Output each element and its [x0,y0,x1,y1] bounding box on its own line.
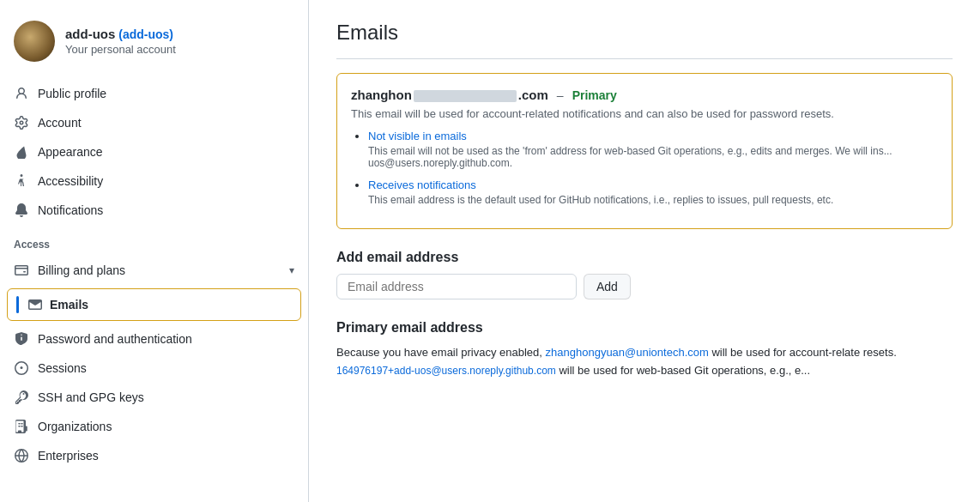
sidebar-item-appearance[interactable]: Appearance [0,137,308,166]
org-icon [14,419,29,434]
add-email-title: Add email address [336,250,953,265]
not-visible-title: Not visible in emails [368,130,938,142]
sidebar-label-ssh-gpg: SSH and GPG keys [38,390,144,404]
access-section-label: Access [0,225,308,256]
primary-desc-middle: will be used for account-relate resets. [709,346,897,359]
sidebar-label-account: Account [38,116,82,130]
sidebar: add-uos (add-uos) Your personal account … [0,0,309,502]
receives-notifications-title: Receives notifications [368,178,938,191]
user-info: add-uos (add-uos) Your personal account [65,27,176,56]
sidebar-label-enterprises: Enterprises [38,449,99,463]
sidebar-label-accessibility: Accessibility [38,174,103,188]
sidebar-label-organizations: Organizations [38,420,112,433]
receives-notifications-item: Receives notifications This email addres… [368,178,938,206]
sidebar-item-organizations[interactable]: Organizations [0,412,308,441]
gear-icon [14,115,29,130]
sidebar-header: add-uos (add-uos) Your personal account [0,14,308,76]
sidebar-item-account[interactable]: Account [0,108,308,137]
sidebar-item-public-profile[interactable]: Public profile [0,79,308,108]
sidebar-item-sessions[interactable]: Sessions [0,354,308,383]
email-prefix: zhanghon [351,88,412,102]
sidebar-label-emails: Emails [50,298,88,311]
sidebar-item-password[interactable]: Password and authentication [0,324,308,354]
sidebar-label-billing: Billing and plans [38,263,125,277]
not-visible-item: Not visible in emails This email will no… [368,129,938,169]
email-dash: – [557,88,564,102]
primary-email-desc: Because you have email privacy enabled, … [336,344,953,380]
bell-icon [14,203,29,218]
email-masked [414,90,517,102]
chevron-down-icon: ▾ [289,264,294,276]
username-display: add-uos (add-uos) [65,27,176,41]
sidebar-nav: Public profile Account Appearance [0,79,308,470]
add-email-row: Add [336,274,953,299]
email-header: zhanghon.com – Primary [351,88,938,102]
sidebar-label-notifications: Notifications [38,203,103,217]
sidebar-label-appearance: Appearance [38,145,103,159]
highlight-email: zhanghongyuan@uniontech.com [546,346,709,359]
primary-email-address-title: Primary email address [336,320,953,336]
sidebar-label-public-profile: Public profile [38,87,106,100]
shield-icon [14,331,29,347]
primary-email-address-section: Primary email address Because you have e… [336,320,953,380]
noreply-email: 164976197+add-uos@users.noreply.github.c… [336,365,556,377]
username-text: add-uos [65,27,115,41]
avatar [14,21,55,62]
receives-notifications-desc: This email address is the default used f… [368,194,938,206]
sidebar-label-sessions: Sessions [38,361,87,375]
add-email-button[interactable]: Add [584,274,631,299]
main-content: Emails zhanghon.com – Primary This email… [309,0,980,502]
paintbrush-icon [14,144,29,160]
sidebar-item-billing[interactable]: Billing and plans ▾ [0,256,308,285]
credit-card-icon [14,263,29,278]
username-link-text: (add-uos) [118,27,173,41]
sidebar-label-password: Password and authentication [38,332,192,346]
sidebar-item-notifications[interactable]: Notifications [0,196,308,225]
email-address-input[interactable] [336,274,577,299]
key-icon [14,390,29,405]
email-suffix: .com [518,88,548,102]
primary-desc-end: will be used for web-based Git operation… [556,364,810,377]
not-visible-desc: This email will not be used as the 'from… [368,145,938,169]
sidebar-item-accessibility[interactable]: Accessibility [0,166,308,196]
accessibility-icon [14,173,29,189]
add-email-section: Add email address Add [336,250,953,299]
radio-icon [14,360,29,376]
sidebar-item-enterprises[interactable]: Enterprises [0,441,308,470]
sidebar-item-ssh-gpg[interactable]: SSH and GPG keys [0,383,308,412]
sidebar-item-emails[interactable]: Emails [7,288,301,321]
mail-icon [27,297,43,312]
primary-desc-before: Because you have email privacy enabled, [336,346,546,359]
page-title: Emails [336,21,953,59]
personal-label: Your personal account [65,43,176,56]
primary-badge: Primary [572,88,617,102]
email-address-display: zhanghon.com [351,88,548,102]
primary-email-card: zhanghon.com – Primary This email will b… [336,73,953,229]
email-features-list: Not visible in emails This email will no… [351,129,938,206]
email-account-desc: This email will be used for account-rela… [351,107,938,120]
globe-icon [14,448,29,463]
active-indicator [16,296,19,313]
person-icon [14,86,29,101]
